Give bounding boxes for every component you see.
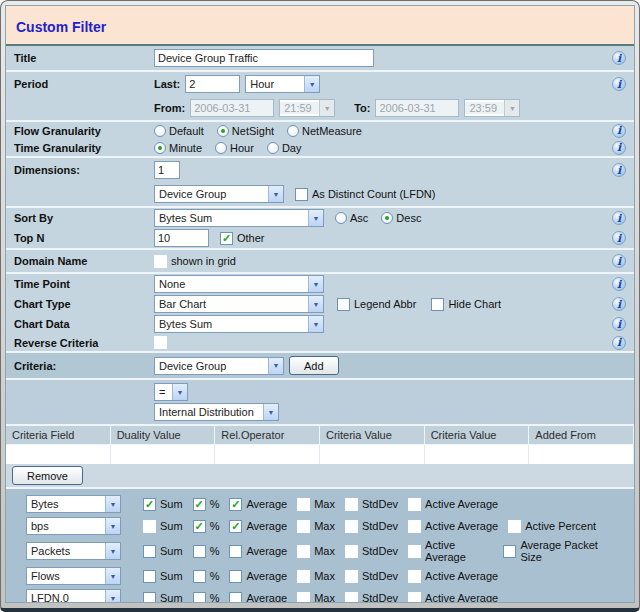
checkbox-icon[interactable] xyxy=(193,592,206,604)
radio-icon[interactable] xyxy=(381,212,393,224)
checkbox-icon[interactable] xyxy=(229,570,242,583)
checkbox-icon[interactable] xyxy=(229,498,242,511)
metric-checkbox-percent[interactable]: % xyxy=(193,570,220,583)
metric-checkbox-sum[interactable]: Sum xyxy=(143,570,183,583)
dimensions-count-input[interactable] xyxy=(154,161,180,179)
checkbox-icon[interactable] xyxy=(143,592,156,604)
metric-checkbox-average[interactable]: Average xyxy=(229,570,287,583)
checkbox-icon[interactable] xyxy=(503,545,516,558)
checkbox-icon[interactable] xyxy=(143,570,156,583)
radio-default[interactable]: Default xyxy=(154,125,204,137)
metric-checkbox-average[interactable]: Average xyxy=(229,592,287,604)
checkbox-icon[interactable] xyxy=(337,298,350,311)
info-icon[interactable]: i xyxy=(612,163,626,177)
metric-checkbox-percent[interactable]: % xyxy=(193,498,220,511)
chart-type-select[interactable]: Bar Chart▼ xyxy=(154,295,324,313)
metric-checkbox-percent[interactable]: % xyxy=(193,545,220,558)
metric-select[interactable]: Bytes▼ xyxy=(26,495,121,513)
checkbox-icon[interactable] xyxy=(193,520,206,533)
radio-icon[interactable] xyxy=(267,142,279,154)
info-icon[interactable]: i xyxy=(612,51,626,65)
metric-select[interactable]: LFDN.0▼ xyxy=(26,589,121,603)
radio-icon[interactable] xyxy=(217,125,229,137)
operator-select[interactable]: =▼ xyxy=(154,383,188,401)
info-icon[interactable]: i xyxy=(612,211,626,225)
criteria-value-select[interactable]: Internal Distribution▼ xyxy=(154,403,279,421)
checkbox-icon[interactable] xyxy=(229,592,242,604)
info-icon[interactable]: i xyxy=(612,336,626,350)
info-icon[interactable]: i xyxy=(612,297,626,311)
metric-checkbox-percent[interactable]: % xyxy=(193,592,220,604)
filter-form: Title i Period Last: Hour▼ i From: xyxy=(6,46,634,603)
checkbox-icon[interactable] xyxy=(220,232,233,245)
checkbox-icon[interactable] xyxy=(295,188,308,201)
metric-checkbox-average-packet-size[interactable]: Average Packet Size xyxy=(503,539,616,563)
metric-row-lfdn: LFDN.0▼ Sum % Average Max StdDev Active … xyxy=(6,587,634,603)
checkbox-icon[interactable] xyxy=(229,545,242,558)
metric-checkbox-percent[interactable]: % xyxy=(193,520,220,533)
info-icon[interactable]: i xyxy=(612,77,626,91)
metric-row-bytes: Bytes▼ Sum % Average Max StdDev Active A… xyxy=(6,493,634,515)
metric-checkbox-sum[interactable]: Sum xyxy=(143,545,183,558)
checkbox-icon[interactable] xyxy=(143,498,156,511)
period-range-row: From: 21:59▼ To: 23:59▼ xyxy=(6,96,634,120)
radio-day[interactable]: Day xyxy=(267,142,302,154)
dimension-select[interactable]: Device Group▼ xyxy=(154,185,284,203)
chart-data-row: Chart Data Bytes Sum▼ i xyxy=(6,314,634,334)
table-cell xyxy=(111,445,216,464)
chart-type-row: Chart Type Bar Chart▼ Legend Abbr Hide C… xyxy=(6,294,634,314)
radio-icon[interactable] xyxy=(287,125,299,137)
metric-select[interactable]: bps▼ xyxy=(26,517,121,535)
metric-select[interactable]: Flows▼ xyxy=(26,567,121,585)
metric-checkbox-sum[interactable]: Sum xyxy=(143,498,183,511)
time-point-label: Time Point xyxy=(14,278,154,290)
last-count-input[interactable] xyxy=(185,75,240,93)
radio-desc[interactable]: Desc xyxy=(381,212,421,224)
info-icon[interactable]: i xyxy=(612,277,626,291)
metric-checkbox-average[interactable]: Average xyxy=(229,498,287,511)
time-point-select[interactable]: None▼ xyxy=(154,275,324,293)
hide-chart-checkbox[interactable]: Hide Chart xyxy=(431,298,501,311)
checkbox-icon[interactable] xyxy=(431,298,444,311)
radio-icon[interactable] xyxy=(154,142,166,154)
top-n-label: Top N xyxy=(14,232,154,244)
metrics-section: Bytes▼ Sum % Average Max StdDev Active A… xyxy=(6,487,634,603)
column-header: Added From xyxy=(529,426,634,445)
legend-abbr-checkbox[interactable]: Legend Abbr xyxy=(337,298,416,311)
radio-icon[interactable] xyxy=(154,125,166,137)
add-button[interactable]: Add xyxy=(289,356,339,375)
info-icon[interactable]: i xyxy=(612,231,626,245)
checkbox-icon xyxy=(345,498,358,511)
checkbox-icon[interactable] xyxy=(193,498,206,511)
metric-checkbox-sum[interactable]: Sum xyxy=(143,592,183,604)
checkbox-icon[interactable] xyxy=(143,545,156,558)
remove-button[interactable]: Remove xyxy=(12,466,83,485)
info-icon[interactable]: i xyxy=(612,254,626,268)
distinct-count-checkbox[interactable]: As Distinct Count (LFDN) xyxy=(295,188,435,201)
last-unit-select[interactable]: Hour▼ xyxy=(245,75,320,93)
metric-checkbox-average[interactable]: Average xyxy=(229,545,287,558)
checkbox-icon[interactable] xyxy=(229,520,242,533)
title-input[interactable] xyxy=(154,49,374,67)
metric-select[interactable]: Packets▼ xyxy=(26,542,121,560)
radio-icon[interactable] xyxy=(335,212,347,224)
metric-checkbox-average[interactable]: Average xyxy=(229,520,287,533)
operator-row: =▼ xyxy=(6,382,634,402)
chart-data-select[interactable]: Bytes Sum▼ xyxy=(154,315,324,333)
metric-row-packets: Packets▼ Sum % Average Max StdDev Active… xyxy=(6,537,634,565)
radio-netsight[interactable]: NetSight xyxy=(217,125,274,137)
sort-by-select[interactable]: Bytes Sum▼ xyxy=(154,209,324,227)
radio-netmeasure[interactable]: NetMeasure xyxy=(287,125,362,137)
radio-hour[interactable]: Hour xyxy=(215,142,254,154)
criteria-field-select[interactable]: Device Group▼ xyxy=(154,357,284,375)
info-icon[interactable]: i xyxy=(612,317,626,331)
other-checkbox[interactable]: Other xyxy=(220,232,265,245)
info-icon[interactable]: i xyxy=(612,124,626,138)
top-n-input[interactable] xyxy=(154,229,209,247)
radio-asc[interactable]: Asc xyxy=(335,212,368,224)
checkbox-icon[interactable] xyxy=(193,570,206,583)
radio-minute[interactable]: Minute xyxy=(154,142,202,154)
info-icon[interactable]: i xyxy=(612,141,626,155)
checkbox-icon[interactable] xyxy=(193,545,206,558)
radio-icon[interactable] xyxy=(215,142,227,154)
